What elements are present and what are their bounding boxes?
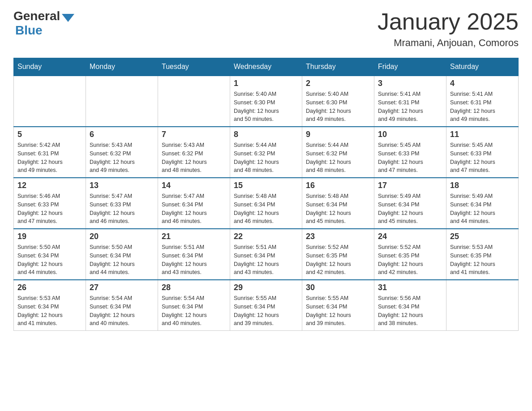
day-number: 5: [17, 130, 82, 139]
day-number: 29: [234, 283, 298, 292]
day-number: 22: [234, 232, 298, 241]
calendar-cell: 28Sunrise: 5:54 AM Sunset: 6:34 PM Dayli…: [158, 280, 230, 331]
day-number: 18: [450, 181, 515, 190]
day-number: 6: [90, 130, 154, 139]
day-info: Sunrise: 5:48 AM Sunset: 6:34 PM Dayligh…: [234, 192, 298, 226]
calendar-cell: 21Sunrise: 5:51 AM Sunset: 6:34 PM Dayli…: [158, 229, 230, 280]
day-number: 8: [234, 130, 298, 139]
day-info: Sunrise: 5:51 AM Sunset: 6:34 PM Dayligh…: [234, 243, 298, 277]
calendar-day-header: Sunday: [14, 58, 86, 76]
day-info: Sunrise: 5:43 AM Sunset: 6:32 PM Dayligh…: [162, 141, 226, 175]
calendar-cell: 10Sunrise: 5:45 AM Sunset: 6:33 PM Dayli…: [374, 127, 446, 178]
calendar-cell: 13Sunrise: 5:47 AM Sunset: 6:33 PM Dayli…: [86, 178, 158, 229]
day-number: 26: [17, 283, 82, 292]
calendar-cell: 9Sunrise: 5:44 AM Sunset: 6:32 PM Daylig…: [302, 127, 374, 178]
calendar-cell: 2Sunrise: 5:40 AM Sunset: 6:30 PM Daylig…: [302, 76, 374, 127]
calendar-header-row: SundayMondayTuesdayWednesdayThursdayFrid…: [14, 58, 519, 76]
day-info: Sunrise: 5:54 AM Sunset: 6:34 PM Dayligh…: [90, 294, 154, 328]
day-number: 9: [306, 130, 370, 139]
logo-arrow-icon: [62, 14, 74, 22]
calendar-week-row: 5Sunrise: 5:42 AM Sunset: 6:31 PM Daylig…: [14, 127, 519, 178]
day-number: 25: [450, 232, 515, 241]
day-info: Sunrise: 5:53 AM Sunset: 6:34 PM Dayligh…: [17, 294, 82, 328]
day-number: 23: [306, 232, 370, 241]
day-number: 19: [17, 232, 82, 241]
page-header: General Blue January 2025 Mramani, Anjou…: [13, 9, 519, 49]
day-info: Sunrise: 5:51 AM Sunset: 6:34 PM Dayligh…: [162, 243, 226, 277]
calendar-day-header: Friday: [374, 58, 446, 76]
day-info: Sunrise: 5:55 AM Sunset: 6:34 PM Dayligh…: [306, 294, 370, 328]
calendar-cell: 17Sunrise: 5:49 AM Sunset: 6:34 PM Dayli…: [374, 178, 446, 229]
calendar-day-header: Thursday: [302, 58, 374, 76]
day-info: Sunrise: 5:50 AM Sunset: 6:34 PM Dayligh…: [17, 243, 82, 277]
day-number: 31: [378, 283, 442, 292]
day-number: 4: [450, 79, 515, 88]
logo-blue-text: Blue: [15, 23, 43, 38]
calendar-cell: 23Sunrise: 5:52 AM Sunset: 6:35 PM Dayli…: [302, 229, 374, 280]
calendar-cell: 8Sunrise: 5:44 AM Sunset: 6:32 PM Daylig…: [230, 127, 302, 178]
day-info: Sunrise: 5:49 AM Sunset: 6:34 PM Dayligh…: [450, 192, 515, 226]
day-info: Sunrise: 5:47 AM Sunset: 6:33 PM Dayligh…: [90, 192, 154, 226]
day-info: Sunrise: 5:53 AM Sunset: 6:35 PM Dayligh…: [450, 243, 515, 277]
calendar-cell: 26Sunrise: 5:53 AM Sunset: 6:34 PM Dayli…: [14, 280, 86, 331]
calendar-cell: [86, 76, 158, 127]
calendar-cell: 29Sunrise: 5:55 AM Sunset: 6:34 PM Dayli…: [230, 280, 302, 331]
day-number: 3: [378, 79, 442, 88]
day-info: Sunrise: 5:42 AM Sunset: 6:31 PM Dayligh…: [17, 141, 82, 175]
calendar-cell: 24Sunrise: 5:52 AM Sunset: 6:35 PM Dayli…: [374, 229, 446, 280]
title-section: January 2025 Mramani, Anjouan, Comoros: [378, 9, 519, 49]
logo: General Blue: [13, 9, 74, 38]
day-info: Sunrise: 5:52 AM Sunset: 6:35 PM Dayligh…: [378, 243, 442, 277]
calendar-cell: 25Sunrise: 5:53 AM Sunset: 6:35 PM Dayli…: [446, 229, 519, 280]
day-info: Sunrise: 5:54 AM Sunset: 6:34 PM Dayligh…: [162, 294, 226, 328]
calendar-week-row: 12Sunrise: 5:46 AM Sunset: 6:33 PM Dayli…: [14, 178, 519, 229]
calendar-week-row: 26Sunrise: 5:53 AM Sunset: 6:34 PM Dayli…: [14, 280, 519, 331]
calendar-cell: 19Sunrise: 5:50 AM Sunset: 6:34 PM Dayli…: [14, 229, 86, 280]
day-info: Sunrise: 5:43 AM Sunset: 6:32 PM Dayligh…: [90, 141, 154, 175]
day-number: 13: [90, 181, 154, 190]
day-number: 17: [378, 181, 442, 190]
calendar-day-header: Tuesday: [158, 58, 230, 76]
day-number: 2: [306, 79, 370, 88]
calendar-cell: 15Sunrise: 5:48 AM Sunset: 6:34 PM Dayli…: [230, 178, 302, 229]
day-info: Sunrise: 5:45 AM Sunset: 6:33 PM Dayligh…: [378, 141, 442, 175]
day-info: Sunrise: 5:40 AM Sunset: 6:30 PM Dayligh…: [234, 90, 298, 124]
day-info: Sunrise: 5:41 AM Sunset: 6:31 PM Dayligh…: [450, 90, 515, 124]
subtitle: Mramani, Anjouan, Comoros: [378, 37, 519, 49]
calendar-cell: 16Sunrise: 5:48 AM Sunset: 6:34 PM Dayli…: [302, 178, 374, 229]
day-info: Sunrise: 5:49 AM Sunset: 6:34 PM Dayligh…: [378, 192, 442, 226]
day-info: Sunrise: 5:52 AM Sunset: 6:35 PM Dayligh…: [306, 243, 370, 277]
day-info: Sunrise: 5:46 AM Sunset: 6:33 PM Dayligh…: [17, 192, 82, 226]
calendar-cell: 22Sunrise: 5:51 AM Sunset: 6:34 PM Dayli…: [230, 229, 302, 280]
calendar-day-header: Monday: [86, 58, 158, 76]
day-number: 16: [306, 181, 370, 190]
calendar-cell: [446, 280, 519, 331]
day-number: 12: [17, 181, 82, 190]
calendar-cell: 27Sunrise: 5:54 AM Sunset: 6:34 PM Dayli…: [86, 280, 158, 331]
calendar-cell: 14Sunrise: 5:47 AM Sunset: 6:34 PM Dayli…: [158, 178, 230, 229]
day-info: Sunrise: 5:50 AM Sunset: 6:34 PM Dayligh…: [90, 243, 154, 277]
day-info: Sunrise: 5:41 AM Sunset: 6:31 PM Dayligh…: [378, 90, 442, 124]
day-number: 11: [450, 130, 515, 139]
day-number: 10: [378, 130, 442, 139]
calendar-day-header: Saturday: [446, 58, 519, 76]
day-number: 24: [378, 232, 442, 241]
logo-general-text: General: [13, 9, 60, 23]
calendar-cell: 20Sunrise: 5:50 AM Sunset: 6:34 PM Dayli…: [86, 229, 158, 280]
day-number: 27: [90, 283, 154, 292]
calendar-cell: 5Sunrise: 5:42 AM Sunset: 6:31 PM Daylig…: [14, 127, 86, 178]
calendar-cell: 12Sunrise: 5:46 AM Sunset: 6:33 PM Dayli…: [14, 178, 86, 229]
calendar-cell: 18Sunrise: 5:49 AM Sunset: 6:34 PM Dayli…: [446, 178, 519, 229]
calendar-cell: [14, 76, 86, 127]
calendar-cell: 1Sunrise: 5:40 AM Sunset: 6:30 PM Daylig…: [230, 76, 302, 127]
calendar-cell: 31Sunrise: 5:56 AM Sunset: 6:34 PM Dayli…: [374, 280, 446, 331]
main-title: January 2025: [378, 9, 519, 34]
day-number: 21: [162, 232, 226, 241]
day-number: 7: [162, 130, 226, 139]
day-number: 14: [162, 181, 226, 190]
day-info: Sunrise: 5:40 AM Sunset: 6:30 PM Dayligh…: [306, 90, 370, 124]
day-number: 28: [162, 283, 226, 292]
calendar-cell: 30Sunrise: 5:55 AM Sunset: 6:34 PM Dayli…: [302, 280, 374, 331]
calendar-week-row: 1Sunrise: 5:40 AM Sunset: 6:30 PM Daylig…: [14, 76, 519, 127]
calendar-cell: 6Sunrise: 5:43 AM Sunset: 6:32 PM Daylig…: [86, 127, 158, 178]
